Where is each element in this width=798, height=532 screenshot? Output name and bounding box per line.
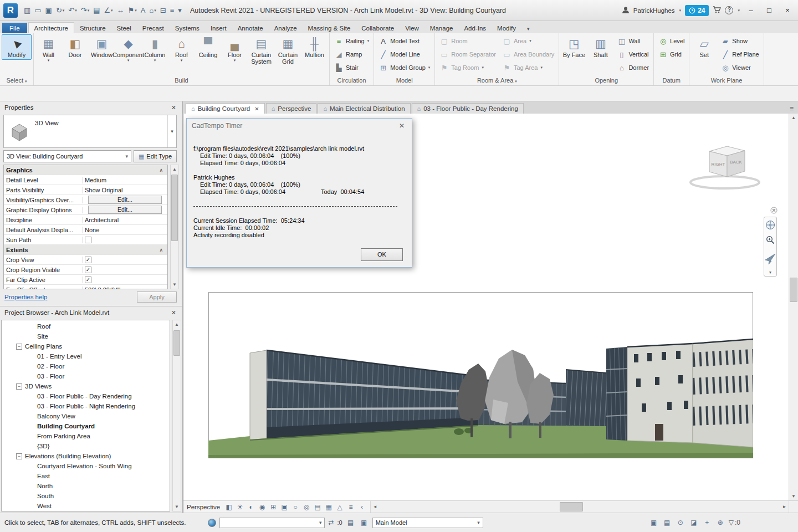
section-icon[interactable]: ⊟	[158, 6, 168, 16]
scroll-down-icon[interactable]: ▼	[171, 280, 178, 289]
shaft-button[interactable]: ▥Shaft	[587, 34, 613, 60]
cart-icon[interactable]	[713, 6, 721, 14]
modify-button[interactable]: ▶Modify	[2, 34, 32, 60]
door-button[interactable]: ◧Door	[62, 34, 88, 60]
type-selector-dropdown-icon[interactable]: ▾	[167, 115, 176, 147]
navbar-dropdown-icon[interactable]: ▾	[769, 270, 771, 275]
open-icon[interactable]: ▭	[33, 6, 43, 16]
view-tab-03-floor-public-day-rendering[interactable]: ⌂03 - Floor Public - Day Rendering	[412, 103, 524, 114]
dialog-title-bar[interactable]: CadTempo Timer ✕	[187, 119, 412, 133]
properties-scrollbar[interactable]: ▲ ▼	[170, 165, 179, 289]
property-value[interactable]: Show Original	[83, 187, 167, 193]
tree-item-site[interactable]: Site	[2, 331, 170, 341]
property-value[interactable]: ✓	[83, 267, 167, 273]
ref-plane-button[interactable]: ╱Ref Plane	[718, 48, 761, 61]
design-option-dropdown[interactable]: Main Model ▾	[372, 518, 483, 528]
analytical-model-icon[interactable]: △	[335, 502, 345, 512]
tree-item-courtyard-elevation-south-wing[interactable]: Courtyard Elevation - South Wing	[2, 461, 170, 471]
tree-item-03-floor-public-night-rendering[interactable]: 03 - Floor Public - Night Rendering	[2, 401, 170, 411]
viewcube[interactable]: RIGHT BACK	[685, 140, 768, 193]
curtain-system-button[interactable]: ▤Curtain System	[248, 34, 274, 66]
thin-lines-icon[interactable]: ≡	[168, 6, 176, 16]
visual-style-icon[interactable]: ◧	[224, 502, 234, 512]
project-browser-scrollbar[interactable]: ▲ ▼	[172, 320, 181, 511]
maximize-button[interactable]: □	[762, 5, 776, 16]
tree-item-south[interactable]: South	[2, 491, 170, 501]
instance-selector[interactable]: 3D View: Building Courtyard ▾	[3, 150, 131, 162]
scroll-thumb[interactable]	[171, 175, 178, 241]
property-value[interactable]: ✓	[83, 277, 167, 283]
editable-only-icon[interactable]: ▣	[359, 518, 369, 528]
set-button[interactable]: ▱Set	[691, 34, 717, 60]
tree-item-elevations-building-elevation[interactable]: −Elevations (Building Elevation)	[2, 451, 170, 461]
pending-notifications-badge[interactable]: 24	[685, 5, 709, 16]
ribbon-tab-insert[interactable]: Insert	[205, 23, 232, 33]
ribbon-state-toggle-icon[interactable]: ▾	[524, 24, 533, 33]
ribbon-tab-manage[interactable]: Manage	[424, 23, 459, 33]
scroll-up-icon[interactable]: ▲	[789, 114, 798, 122]
apply-button[interactable]: Apply	[137, 291, 177, 303]
ribbon-tab-analyze[interactable]: Analyze	[269, 23, 303, 33]
panel-label-model[interactable]: Model	[374, 76, 434, 85]
section-extents[interactable]: Extents∧	[4, 245, 167, 255]
help-menu-arrow-icon[interactable]: ▾	[738, 8, 740, 13]
crop-region-visible-checkbox[interactable]: ✓	[85, 267, 91, 273]
far-clip-active-checkbox[interactable]: ✓	[85, 277, 91, 283]
panel-label-build[interactable]: Build	[34, 76, 329, 85]
expander-icon[interactable]: −	[16, 344, 22, 350]
stair-button[interactable]: ▙Stair	[331, 61, 372, 74]
close-button[interactable]: ×	[780, 5, 795, 16]
tree-item-north[interactable]: North	[2, 481, 170, 491]
ramp-button[interactable]: ◢Ramp	[331, 48, 372, 61]
show-button[interactable]: ▰Show	[718, 34, 761, 48]
dialog-close-icon[interactable]: ✕	[397, 122, 407, 130]
panel-label-opening[interactable]: Opening	[559, 76, 653, 85]
expander-icon[interactable]: −	[16, 453, 22, 459]
view-scale-label[interactable]: Perspective	[187, 504, 220, 510]
ribbon-tab-steel[interactable]: Steel	[111, 23, 137, 33]
ribbon-tab-modify[interactable]: Modify	[492, 23, 521, 33]
ribbon-tab-architecture[interactable]: Architecture	[28, 22, 74, 33]
temporary-hide-isolate-icon[interactable]: ○	[290, 502, 300, 512]
ribbon-tab-file[interactable]: File	[2, 23, 27, 33]
worksharing-display-icon[interactable]: ▤	[313, 502, 323, 512]
render-icon[interactable]: ◉	[257, 502, 267, 512]
select-elements-by-face-icon[interactable]: ◪	[689, 518, 699, 528]
active-workset-dropdown[interactable]: ▾	[219, 518, 325, 528]
save-icon[interactable]: ▣	[44, 6, 54, 16]
scroll-up-icon[interactable]: ▲	[171, 165, 178, 173]
tag-area-button[interactable]: ⚑Tag Area▾	[499, 61, 557, 74]
customize-qat-icon[interactable]: ▾	[176, 6, 183, 16]
railing-button[interactable]: ≡Railing▾	[331, 34, 372, 48]
sync-icon[interactable]: ↻▾	[54, 6, 66, 16]
collapse-section-icon[interactable]: ∧	[159, 167, 165, 173]
navbar-close-icon[interactable]	[770, 207, 777, 215]
tree-item-ceiling-plans[interactable]: −Ceiling Plans	[2, 341, 170, 351]
floor-button[interactable]: ▄Floor▾	[222, 34, 248, 64]
wall-button[interactable]: ▦Wall▾	[35, 34, 62, 64]
tag-room-button[interactable]: ⚑Tag Room▾	[437, 61, 499, 74]
background-processes-icon[interactable]: ⊛	[715, 518, 725, 528]
sun-path-icon[interactable]: ☀	[235, 502, 245, 512]
scroll-left-icon[interactable]: ◄	[371, 501, 379, 513]
scroll-down-icon[interactable]: ▼	[789, 492, 798, 500]
dormer-button[interactable]: ⌂Dormer	[614, 61, 652, 74]
selection-filter[interactable]: ▽ :0	[729, 519, 740, 526]
tree-item-3d[interactable]: {3D}	[2, 441, 170, 451]
tree-item-02-floor[interactable]: 02 - Floor	[2, 361, 170, 371]
property-value[interactable]: Architectural	[83, 217, 167, 223]
ribbon-tab-view[interactable]: View	[400, 23, 424, 33]
scroll-down-icon[interactable]: ▼	[173, 503, 181, 511]
expander-icon[interactable]: −	[16, 383, 22, 390]
redo-icon[interactable]: ↷▾	[79, 6, 91, 16]
view-tab-menu-icon[interactable]: ≡	[785, 104, 798, 114]
tag-by-category-icon[interactable]: ⚑▾	[126, 6, 139, 16]
panel-label-room-area[interactable]: Room & Area ▾	[435, 76, 559, 85]
scroll-up-icon[interactable]: ▲	[173, 320, 181, 329]
help-icon[interactable]: ?	[725, 6, 733, 14]
print-icon[interactable]: ▤	[91, 6, 101, 16]
close-properties-icon[interactable]: ✕	[170, 104, 178, 111]
ribbon-tab-systems[interactable]: Systems	[170, 23, 205, 33]
window-button[interactable]: ▣Window	[89, 34, 115, 60]
property-value[interactable]: Edit...	[83, 196, 167, 204]
